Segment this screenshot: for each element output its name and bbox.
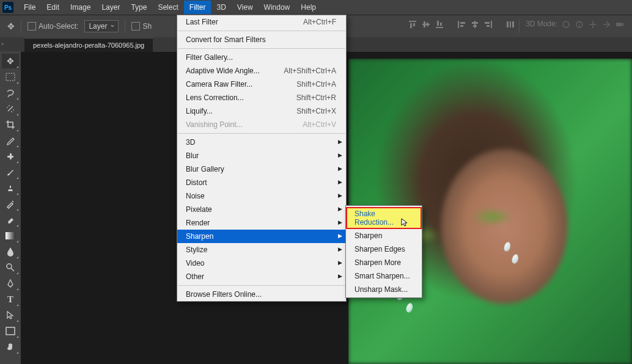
svg-rect-6 (436, 27, 443, 28)
align-vcenter-icon[interactable] (421, 20, 431, 29)
menu-render-sub[interactable]: Render▶ (177, 216, 346, 230)
eraser-tool[interactable] (2, 213, 19, 227)
menu-noise-sub[interactable]: Noise▶ (177, 189, 346, 203)
move-tool[interactable]: ✥ (2, 54, 19, 68)
menu-stylize-sub[interactable]: Stylize▶ (177, 243, 346, 257)
svg-rect-5 (427, 23, 428, 26)
auto-select-checkbox[interactable] (28, 22, 36, 31)
lasso-tool[interactable] (2, 86, 19, 100)
menu-3d-sub[interactable]: 3D▶ (177, 136, 346, 149)
auto-select-group[interactable]: Auto-Select: (28, 22, 78, 31)
3d-camera-icon[interactable] (615, 20, 625, 29)
svg-rect-9 (458, 21, 459, 28)
svg-rect-24 (6, 73, 15, 81)
menu-blur-gallery-sub[interactable]: Blur Gallery▶ (177, 162, 346, 176)
menu-sharpen-sub[interactable]: Sharpen▶ (177, 230, 346, 243)
svg-rect-17 (487, 25, 490, 27)
align-bottom-icon[interactable] (435, 20, 444, 29)
menu-blur-sub[interactable]: Blur▶ (177, 149, 346, 162)
menu-filter[interactable]: Filter (184, 1, 211, 14)
menu-3d[interactable]: 3D (211, 1, 231, 14)
svg-rect-15 (491, 21, 492, 28)
align-left-icon[interactable] (457, 20, 466, 29)
3d-roll-icon[interactable] (575, 20, 584, 29)
blur-tool[interactable] (2, 244, 19, 259)
menu-browse-filters[interactable]: Browse Filters Online... (177, 288, 346, 301)
svg-rect-20 (512, 21, 514, 27)
svg-point-28 (7, 264, 12, 269)
align-top-icon[interactable] (408, 20, 417, 29)
show-transform-label: Sh (142, 22, 152, 31)
submenu-unsharp-mask[interactable]: Unsharp Mask... (346, 283, 422, 296)
magic-wand-tool[interactable] (2, 101, 19, 116)
hand-tool[interactable] (2, 340, 19, 354)
eyedropper-tool[interactable] (2, 133, 19, 148)
auto-select-label: Auto-Select: (39, 22, 78, 31)
pen-tool[interactable] (2, 276, 19, 291)
svg-rect-12 (474, 21, 476, 28)
3d-slide-icon[interactable] (601, 20, 611, 29)
menu-help[interactable]: Help (295, 1, 322, 14)
layer-select[interactable]: Layer (84, 20, 119, 32)
svg-rect-29 (6, 327, 15, 335)
toolbar-expand-icon[interactable]: » (0, 37, 5, 51)
crop-tool[interactable] (2, 117, 19, 132)
menu-pixelate-sub[interactable]: Pixelate▶ (177, 203, 346, 216)
menu-lens-correction[interactable]: Lens Correction...Shift+Ctrl+R (177, 91, 346, 104)
eyeshadow-left (471, 208, 513, 225)
marquee-tool[interactable] (2, 70, 19, 84)
svg-rect-7 (437, 21, 439, 26)
document-tab[interactable]: pexels-alejandro-peralta-7060965.jpg (24, 38, 153, 52)
submenu-sharpen[interactable]: Sharpen (346, 229, 422, 242)
align-right-icon[interactable] (483, 20, 493, 29)
svg-rect-8 (440, 23, 442, 26)
type-tool[interactable]: T (2, 292, 19, 307)
menu-last-filter[interactable]: Last FilterAlt+Ctrl+F (177, 15, 346, 29)
3d-pan-icon[interactable] (588, 20, 598, 29)
filter-menu-dropdown: Last FilterAlt+Ctrl+F Convert for Smart … (177, 15, 347, 302)
submenu-sharpen-more[interactable]: Sharpen More (346, 256, 422, 269)
3d-mode-label: 3D Mode: (526, 20, 557, 33)
menu-video-sub[interactable]: Video▶ (177, 257, 346, 270)
align-icons: 3D Mode: (408, 20, 625, 33)
menu-adaptive-wide-angle[interactable]: Adaptive Wide Angle...Alt+Shift+Ctrl+A (177, 64, 346, 78)
menu-window[interactable]: Window (259, 1, 296, 14)
menu-convert-smart-filters[interactable]: Convert for Smart Filters (177, 33, 346, 46)
submenu-sharpen-edges[interactable]: Sharpen Edges (346, 242, 422, 256)
menu-distort-sub[interactable]: Distort▶ (177, 176, 346, 189)
svg-rect-11 (460, 25, 463, 27)
rectangle-tool[interactable] (2, 324, 19, 338)
menu-layer[interactable]: Layer (96, 1, 125, 14)
menu-liquify[interactable]: Liquify...Shift+Ctrl+X (177, 104, 346, 118)
history-brush-tool[interactable] (2, 197, 19, 211)
distribute-icon[interactable] (505, 20, 515, 29)
menu-view[interactable]: View (232, 1, 259, 14)
menu-other-sub[interactable]: Other▶ (177, 270, 346, 283)
submenu-smart-sharpen[interactable]: Smart Sharpen... (346, 269, 422, 283)
svg-point-21 (563, 21, 569, 27)
gap (497, 20, 502, 33)
show-transform-checkbox[interactable] (131, 22, 140, 31)
svg-rect-3 (422, 24, 430, 25)
show-transform-group[interactable]: Sh (131, 22, 152, 31)
svg-rect-10 (460, 22, 465, 24)
3d-orbit-icon[interactable] (561, 20, 571, 29)
dodge-tool[interactable] (2, 260, 19, 275)
submenu-shake-reduction[interactable]: Shake Reduction... (346, 207, 422, 229)
align-hcenter-icon[interactable] (470, 20, 480, 29)
clone-stamp-tool[interactable] (2, 181, 19, 195)
menu-type[interactable]: Type (125, 1, 152, 14)
healing-brush-tool[interactable] (2, 149, 19, 164)
menu-camera-raw-filter[interactable]: Camera Raw Filter...Shift+Ctrl+A (177, 78, 346, 91)
menu-edit[interactable]: Edit (41, 1, 65, 14)
brush-tool[interactable] (2, 165, 19, 180)
menu-filter-gallery[interactable]: Filter Gallery... (177, 51, 346, 64)
svg-rect-19 (510, 21, 511, 27)
gradient-tool[interactable] (2, 228, 19, 243)
menu-select[interactable]: Select (152, 1, 183, 14)
menu-image[interactable]: Image (65, 1, 96, 14)
divider (125, 20, 125, 33)
path-selection-tool[interactable] (2, 308, 19, 322)
menu-file[interactable]: File (18, 1, 41, 14)
divider (21, 20, 21, 33)
